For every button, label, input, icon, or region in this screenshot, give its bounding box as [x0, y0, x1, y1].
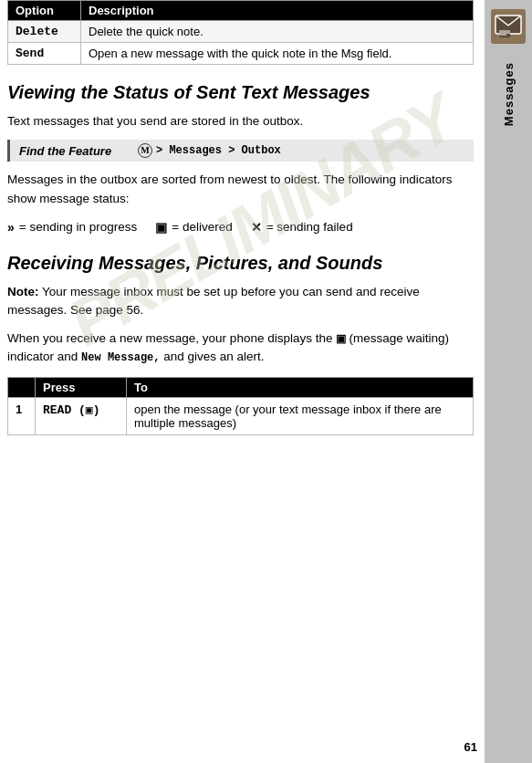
page-number: 61 [464, 740, 477, 754]
option-delete-desc: Delete the quick note. [81, 21, 474, 43]
find-feature-label: Find the Feature [19, 144, 138, 158]
find-feature-row: Find the Feature M > Messages > Outbox [7, 140, 474, 162]
section1-body: Text messages that you send are stored i… [7, 112, 474, 131]
sending-text: = sending in progress [19, 217, 137, 237]
indicator-delivered: ▣ = delivered [155, 217, 232, 237]
table-row: Send Open a new message with the quick n… [8, 43, 474, 65]
sending-symbol: » [7, 217, 15, 237]
indicators: » = sending in progress ▣ = delivered ✕ … [7, 217, 474, 237]
option-send-desc: Open a new message with the quick note i… [81, 43, 474, 65]
body-text-after: and gives an alert. [163, 350, 264, 363]
press-row-press: READ (▣) [36, 398, 127, 435]
messages-icon [491, 9, 526, 44]
options-col2-header: Description [81, 1, 474, 21]
section2-body: When you receive a new message, your pho… [7, 329, 474, 367]
press-table: Press To 1 READ (▣) open the message (or… [7, 377, 474, 435]
note-label: Note: [7, 285, 39, 298]
press-col1-header [8, 378, 36, 398]
note-paragraph: Note: Your message inbox must be set up … [7, 283, 474, 320]
press-table-row: 1 READ (▣) open the message (or your tex… [8, 398, 474, 435]
delivered-symbol: ▣ [155, 217, 167, 237]
section1-body2: Messages in the outbox are sorted from n… [7, 171, 474, 208]
failed-symbol: ✕ [251, 217, 262, 237]
note-text: Your message inbox must be set up before… [7, 285, 420, 317]
find-feature-path-text: > Messages > Outbox [156, 144, 281, 157]
table-row: Delete Delete the quick note. [8, 21, 474, 43]
press-col3-header: To [127, 378, 474, 398]
options-table: Option Description Delete Delete the qui… [7, 0, 474, 65]
options-col1-header: Option [8, 1, 81, 21]
indicator-failed: ✕ = sending failed [251, 217, 353, 237]
press-col2-header: Press [36, 378, 127, 398]
section2-heading: Receiving Messages, Pictures, and Sounds [7, 252, 474, 274]
body-text-before: When you receive a new message, your pho… [7, 331, 332, 345]
new-message-code: New Message, [81, 351, 160, 364]
press-row-number: 1 [8, 398, 36, 435]
main-content: Option Description Delete Delete the qui… [0, 0, 485, 450]
indicator-sending: » = sending in progress [7, 217, 137, 237]
option-delete: Delete [8, 21, 81, 43]
press-row-to: open the message (or your text message i… [127, 398, 474, 435]
find-feature-path: M > Messages > Outbox [138, 143, 281, 158]
waiting-indicator-icon: ▣ [336, 332, 349, 345]
section1-heading: Viewing the Status of Sent Text Messages [7, 81, 474, 103]
option-send: Send [8, 43, 81, 65]
page-wrapper: PRELIMINARY Messages Option Description [0, 0, 532, 763]
delivered-text: = delivered [172, 217, 232, 237]
failed-text: = sending failed [266, 217, 353, 237]
sidebar-label: Messages [502, 62, 516, 126]
sidebar: Messages [485, 0, 532, 763]
menu-icon: M [138, 143, 152, 158]
